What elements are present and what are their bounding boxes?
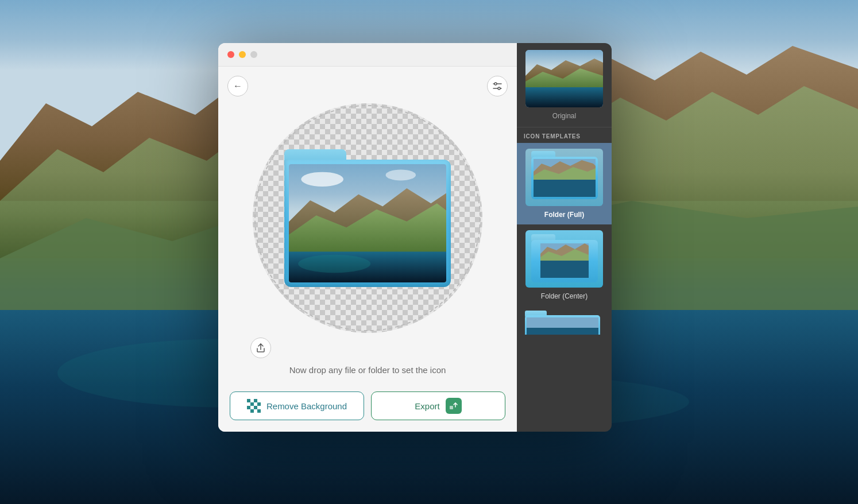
partial-folder-svg (524, 309, 601, 335)
svg-rect-22 (257, 399, 261, 402)
folder-full-label: Folder (Full) (544, 211, 584, 219)
adjustments-button[interactable] (487, 76, 508, 96)
svg-rect-32 (250, 409, 254, 413)
svg-rect-30 (257, 406, 261, 409)
nav-row: ← (227, 76, 508, 96)
svg-rect-27 (247, 406, 250, 409)
drop-instruction: Now drop any file or folder to set the i… (289, 365, 446, 375)
minimize-button[interactable] (239, 51, 246, 58)
back-button[interactable]: ← (227, 76, 248, 96)
svg-rect-31 (247, 409, 250, 413)
svg-point-16 (298, 255, 370, 273)
main-panel: ← (218, 43, 517, 432)
maximize-button[interactable] (250, 51, 257, 58)
folder-image (289, 164, 446, 282)
export-label: Export (415, 401, 439, 411)
svg-rect-25 (254, 402, 257, 406)
folder-center-label: Folder (Center) (541, 292, 588, 300)
svg-rect-54 (540, 261, 589, 278)
sidebar-original[interactable]: Original (517, 43, 612, 127)
original-image-svg (525, 50, 603, 107)
export-button[interactable]: Export (371, 391, 505, 420)
folder-center-thumbnail (525, 230, 603, 288)
partial-thumbnail (524, 309, 601, 335)
folder-full-thumbnail (525, 149, 603, 206)
svg-point-18 (386, 169, 416, 180)
folder-center-svg (530, 233, 599, 285)
export-icon (446, 398, 462, 414)
sidebar-item-folder-full[interactable]: Folder (Full) (517, 143, 612, 224)
folder-preview (284, 149, 451, 287)
svg-rect-21 (254, 399, 257, 402)
sliders-icon (492, 81, 503, 91)
remove-bg-label: Remove Background (266, 401, 347, 411)
remove-background-button[interactable]: Remove Background (230, 391, 364, 420)
folder-image-svg (289, 164, 446, 282)
svg-point-8 (494, 83, 497, 85)
upload-icon (256, 343, 265, 353)
share-row (227, 333, 508, 358)
back-arrow-icon: ← (233, 82, 242, 91)
svg-rect-35 (450, 406, 453, 409)
sidebar-panel: Original ICON TEMPLATES (517, 43, 612, 432)
folder-body (284, 160, 451, 287)
svg-rect-26 (257, 402, 261, 406)
titlebar (218, 43, 517, 67)
svg-rect-29 (254, 406, 257, 409)
svg-rect-40 (525, 87, 603, 107)
svg-rect-19 (247, 399, 250, 402)
folder-full-svg (530, 150, 599, 201)
svg-rect-20 (250, 399, 254, 402)
svg-point-10 (498, 87, 500, 90)
content-area: ← (218, 67, 517, 385)
svg-point-17 (301, 172, 343, 187)
close-button[interactable] (227, 51, 234, 58)
svg-rect-33 (254, 409, 257, 413)
svg-rect-23 (247, 402, 250, 406)
share-button[interactable] (250, 338, 271, 358)
export-arrow-icon (449, 401, 458, 410)
sidebar-item-folder-center[interactable]: Folder (Center) (517, 224, 612, 306)
svg-rect-34 (257, 409, 261, 413)
svg-rect-24 (250, 402, 254, 406)
drop-text: Now drop any file or folder to set the i… (289, 365, 446, 375)
icon-templates-header: ICON TEMPLATES (517, 127, 612, 143)
svg-rect-47 (534, 180, 596, 197)
section-header-text: ICON TEMPLATES (524, 133, 581, 139)
original-label: Original (552, 112, 576, 120)
svg-rect-28 (250, 406, 254, 409)
original-thumbnail (525, 50, 603, 107)
preview-container (253, 103, 482, 333)
remove-bg-icon (247, 399, 261, 413)
svg-rect-58 (527, 317, 598, 328)
sidebar-partial-item[interactable] (517, 306, 612, 335)
bottom-actions: Remove Background Export (218, 385, 517, 432)
app-window: ← (218, 43, 612, 432)
